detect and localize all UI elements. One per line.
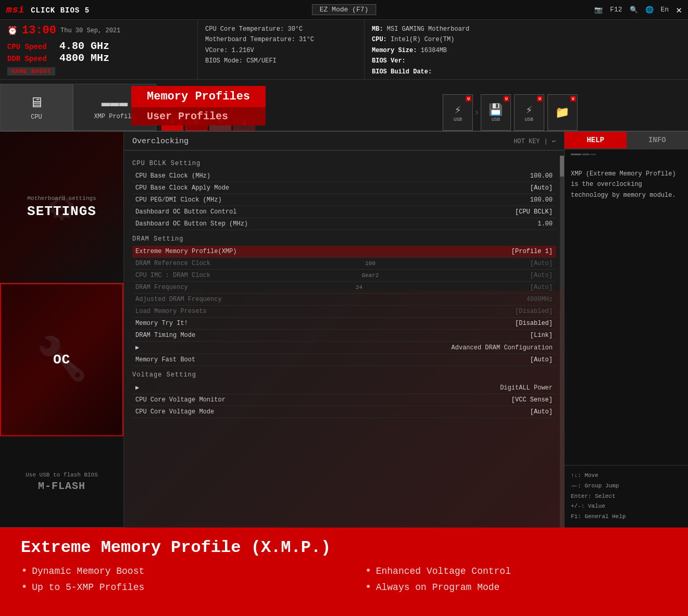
- oc-header: Overclocking HOT KEY | ↩: [124, 132, 564, 150]
- settings-main: SETTINGS: [27, 204, 96, 219]
- voltage-section: Voltage Setting: [132, 371, 556, 379]
- tab-cpu[interactable]: 🖥 CPU: [0, 84, 73, 131]
- feature-1: • Dynamic Memory Boost: [21, 564, 323, 577]
- usb-4[interactable]: U 📁: [547, 94, 578, 131]
- settings-sub: Motherboard settings: [27, 195, 96, 202]
- left-sidebar: ⚙ Motherboard settings SETTINGS 🔧 OC Use…: [0, 132, 124, 527]
- bios-ver-info: BIOS Ver:: [372, 56, 681, 66]
- bios-date-info: BIOS Build Date:: [372, 67, 681, 77]
- help-decorative: [565, 149, 688, 162]
- date-display: Thu 30 Sep, 2021: [60, 27, 120, 34]
- usb-symbol-1: ⚡: [454, 103, 461, 117]
- status-bar: ⏰ 13:00 Thu 30 Sep, 2021 CPU Speed 4.80 …: [0, 20, 688, 80]
- feature-4: • Always on Program Mode: [365, 581, 668, 594]
- mem-info: Memory Size: 16384MB: [372, 45, 681, 56]
- usb-icons: U ⚡ USB › U 💾 USB U ⚡ USB U 📁: [437, 94, 583, 131]
- setting-cpu-core-v-monitor[interactable]: CPU Core Voltage Monitor [VCC Sense]: [132, 394, 556, 406]
- globe-icon[interactable]: 🌐: [645, 6, 654, 14]
- cpu-icon: 🖥: [29, 94, 44, 111]
- bullet-4: •: [365, 581, 372, 594]
- cpu-speed-value: 4.80 GHz: [59, 40, 109, 52]
- key-move: ↑↓: Move: [571, 471, 682, 481]
- setting-cpu-base-clock-mode[interactable]: CPU Base Clock Apply Mode [Auto]: [132, 182, 556, 194]
- f12-label[interactable]: F12: [610, 6, 622, 14]
- cpu-temp: CPU Core Temperature: 30°C: [205, 24, 357, 34]
- key-help: F1: General Help: [571, 512, 682, 522]
- setting-adv-dram-config[interactable]: ▶ Advanced DRAM Configuration: [132, 342, 556, 354]
- setting-dashboard-oc-btn-step[interactable]: Dashboard OC Button Step (MHz) 1.00: [132, 218, 556, 230]
- setting-dashboard-oc-btn-ctrl[interactable]: Dashboard OC Button Control [CPU BCLK]: [132, 206, 556, 218]
- sidebar-item-oc[interactable]: 🔧 OC: [0, 283, 123, 436]
- bottom-title: Extreme Memory Profile (X.M.P.): [21, 538, 667, 557]
- ez-mode-button[interactable]: EZ Mode (F7): [312, 4, 377, 15]
- top-bar: msi CLICK BIOS 5 EZ Mode (F7) 📷 F12 🔍 🌐 …: [0, 0, 688, 20]
- speed-table: CPU Speed 4.80 GHz DDR Speed 4800 MHz: [7, 40, 190, 64]
- bullet-1: •: [21, 564, 28, 577]
- oc-text: OC: [53, 352, 70, 368]
- status-left: ⏰ 13:00 Thu 30 Sep, 2021 CPU Speed 4.80 …: [0, 20, 198, 79]
- key-group-jump: →←: Group Jump: [571, 481, 682, 492]
- search-icon[interactable]: 🔍: [630, 6, 638, 14]
- usb-2[interactable]: U 💾 USB: [481, 94, 511, 131]
- game-boost-bar[interactable]: GAME BOOST: [7, 67, 55, 76]
- oc-body: CPU BCLK Setting CPU Base Clock (MHz) 10…: [124, 150, 564, 522]
- setting-cpu-base-clock[interactable]: CPU Base Clock (MHz) 100.00: [132, 170, 556, 182]
- xmp-tab-label: XMP Profile: [94, 113, 135, 120]
- usb-3[interactable]: U ⚡ USB: [514, 94, 544, 131]
- bottom-section: Extreme Memory Profile (X.M.P.) • Dynami…: [0, 527, 688, 616]
- setting-xmp[interactable]: Extreme Memory Profile(XMP) [Profile 1]: [132, 246, 556, 258]
- xmp-icon: ▬▬▬: [102, 95, 128, 111]
- close-button[interactable]: ✕: [676, 4, 682, 16]
- main-content: ⚙ Motherboard settings SETTINGS 🔧 OC Use…: [0, 132, 688, 527]
- status-mid: CPU Core Temperature: 30°C Motherboard T…: [198, 20, 365, 79]
- settings-text: Motherboard settings SETTINGS: [27, 195, 96, 219]
- right-panel-tabs: HELP INFO: [565, 132, 688, 148]
- usb-symbol-2: 💾: [489, 103, 503, 117]
- bullet-3: •: [365, 564, 372, 577]
- setting-digitall-power[interactable]: ▶ DigitALL Power: [132, 382, 556, 394]
- ddr-speed-label: DDR Speed: [7, 55, 54, 63]
- usb-symbol-4: 📁: [555, 106, 569, 120]
- usb-1[interactable]: U ⚡ USB: [443, 94, 473, 131]
- right-panel: HELP INFO XMP (Extreme Memory Profile) i…: [564, 132, 688, 527]
- top-bar-right: 📷 F12 🔍 🌐 En ✕: [594, 4, 682, 16]
- clock-icon: ⏰: [7, 26, 18, 36]
- cpu-bclk-section: CPU BCLK Setting: [132, 160, 556, 167]
- status-time: ⏰ 13:00 Thu 30 Sep, 2021: [7, 24, 190, 37]
- dram-section: DRAM Setting: [132, 235, 556, 243]
- hotkey-label: HOT KEY: [514, 138, 540, 145]
- bullet-2: •: [21, 581, 28, 594]
- setting-cpu-core-v-mode[interactable]: CPU Core Voltage Mode [Auto]: [132, 406, 556, 418]
- help-tab[interactable]: HELP: [565, 132, 627, 148]
- profile-overlay: Memory Profiles User Profiles: [131, 86, 266, 125]
- bios-mode: BIOS Mode: CSM/UEFI: [205, 56, 357, 66]
- memory-profiles-tab[interactable]: Memory Profiles: [131, 86, 266, 107]
- oc-main: OC: [53, 352, 70, 368]
- cpu-speed-label: CPU Speed: [7, 43, 54, 51]
- vcore: VCore: 1.216V: [205, 45, 357, 56]
- setting-cpu-peg-dmi[interactable]: CPU PEG/DMI Clock (MHz) 100.00: [132, 194, 556, 206]
- hotkey-area: HOT KEY | ↩: [514, 137, 556, 145]
- setting-dram-freq[interactable]: DRAM Frequency 24 [Auto]: [132, 282, 556, 294]
- mb-info: MB: MSI GAMING Motherboard: [372, 24, 681, 34]
- sidebar-item-mflash[interactable]: Use USB to flash BIOS M-FLASH: [0, 436, 123, 527]
- msi-logo: msi CLICK BIOS 5: [6, 5, 90, 15]
- center-content: Overclocking HOT KEY | ↩ CPU BCLK Settin…: [124, 132, 564, 527]
- setting-dram-timing[interactable]: DRAM Timing Mode [Link]: [132, 330, 556, 342]
- screenshot-icon[interactable]: 📷: [594, 6, 603, 14]
- usb-symbol-3: ⚡: [526, 103, 532, 117]
- pipe-sep: |: [544, 138, 548, 145]
- setting-dram-ref-clock[interactable]: DRAM Reference Clock 100 [Auto]: [132, 258, 556, 270]
- setting-cpu-imc-dram[interactable]: CPU IMC : DRAM Clock Gear2 [Auto]: [132, 270, 556, 282]
- cpu-speed-row: CPU Speed 4.80 GHz: [7, 40, 190, 52]
- setting-mem-try-it[interactable]: Memory Try It! [Disabled]: [132, 318, 556, 330]
- setting-load-mem-presets[interactable]: Load Memory Presets [Disabled]: [132, 306, 556, 318]
- user-profiles-tab[interactable]: User Profiles: [131, 107, 266, 125]
- sidebar-item-settings[interactable]: ⚙ Motherboard settings SETTINGS: [0, 132, 123, 283]
- back-arrow[interactable]: ↩: [552, 137, 556, 145]
- arrow-sep: ›: [474, 107, 480, 118]
- setting-mem-fast-boot[interactable]: Memory Fast Boot [Auto]: [132, 354, 556, 366]
- mb-temp: Motherboard Temperature: 31°C: [205, 34, 357, 45]
- lang-label[interactable]: En: [661, 6, 669, 14]
- info-tab[interactable]: INFO: [627, 132, 689, 148]
